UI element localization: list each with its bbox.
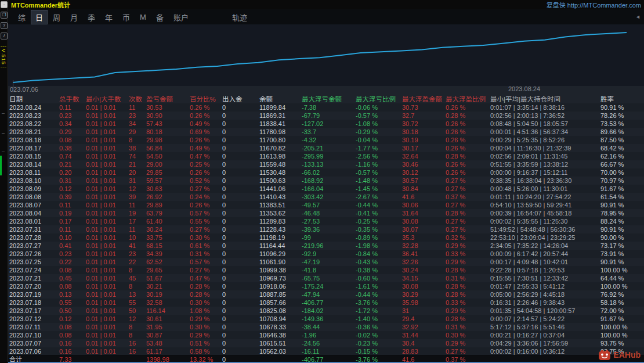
table-row[interactable]: 2023.08.140.210.01 | 0.012129.000.25 %01… bbox=[8, 160, 644, 168]
table-row[interactable]: 2023.07.180.550.01 | 0.015532.580.30 %01… bbox=[8, 299, 644, 307]
left-tool-rail: - ❐ ? / V.515 – – – bbox=[0, 0, 8, 363]
cell-mfp: 35.98 bbox=[402, 299, 446, 307]
cell-count: 20 bbox=[129, 168, 146, 177]
table-row[interactable]: 2023.07.060.160.01 | 0.011661.170.58 %01… bbox=[8, 347, 644, 355]
help-icon[interactable]: ? bbox=[1, 22, 8, 29]
menu-item-9[interactable]: 备 bbox=[152, 10, 168, 24]
slash-icon[interactable]: / bbox=[1, 33, 8, 39]
cell-pnl: 61.17 bbox=[146, 347, 190, 355]
cell-lots: 0.12 bbox=[59, 185, 86, 193]
cell-balance: 11353.62 bbox=[259, 209, 302, 217]
cell-minmax: 0.01 | 0.01 bbox=[86, 103, 129, 112]
cell-mfpp: 0.28 % bbox=[446, 152, 490, 160]
cell-mfpp: 0.26 % bbox=[446, 136, 490, 144]
table-row[interactable]: 2023.07.310.110.01 | 0.011130.240.27 %01… bbox=[8, 225, 644, 233]
table-row[interactable]: 2023.07.170.500.01 | 0.0150116.141.08 %0… bbox=[8, 307, 644, 315]
table-row[interactable]: 2023.08.090.120.01 | 0.011230.630.27 %01… bbox=[8, 185, 644, 193]
table-row[interactable]: 2023.08.170.380.01 | 0.013856.840.49 %01… bbox=[8, 144, 644, 152]
cell-pnl: 30.87 bbox=[146, 331, 190, 339]
table-row[interactable]: 2023.08.080.390.01 | 0.013926.920.24 %01… bbox=[8, 193, 644, 201]
table-row[interactable]: 2023.07.250.220.01 | 0.012262.520.57 %01… bbox=[8, 258, 644, 266]
table-row[interactable]: 2023.08.010.170.01 | 0.011761.400.55 %01… bbox=[8, 217, 644, 225]
table-row[interactable]: 2023.08.150.740.01 | 0.017454.500.47 %01… bbox=[8, 152, 644, 160]
cell-mflp: -3.76 % bbox=[356, 299, 402, 307]
menu-item-5[interactable]: 季 bbox=[84, 10, 99, 24]
website-link[interactable]: 复盘侠 http://MTCommander.com bbox=[547, 0, 641, 9]
cell-inout: 0 bbox=[222, 242, 259, 250]
table-row[interactable]: 2023.08.220.340.01 | 0.013457.430.49 %01… bbox=[8, 120, 644, 128]
cell-hold: 0:00:39 | 16:54:07 | 45:58:18 bbox=[490, 209, 600, 217]
table-row[interactable]: 2023.08.110.200.01 | 0.012029.850.26 %01… bbox=[8, 168, 644, 177]
cell-mfp: 32.26 bbox=[402, 258, 446, 266]
menu-item-7[interactable]: 币 bbox=[118, 10, 134, 24]
cell-minmax: 0.01 | 0.01 bbox=[86, 315, 129, 323]
table-row[interactable]: 2023.08.180.080.01 | 0.01829.980.26 %011… bbox=[8, 136, 644, 144]
cell-balance: 11500.63 bbox=[259, 177, 302, 185]
table-row[interactable]: 2023.07.210.450.01 | 0.014551.670.47 %01… bbox=[8, 274, 644, 282]
table-row[interactable]: 2023.07.280.100.01 | 0.011033.750.30 %01… bbox=[8, 233, 644, 242]
cell-mfl: -16.11 bbox=[302, 347, 356, 355]
cell-hold: 0:00:02 | 5:35:55 | 11:25:30 bbox=[490, 217, 600, 225]
table-row[interactable]: 2023.07.200.080.01 | 0.01830.210.28 %010… bbox=[8, 282, 644, 290]
table-row[interactable]: 2023.07.100.080.01 | 0.01830.870.29 %010… bbox=[8, 331, 644, 339]
menu-item-1[interactable]: 综 bbox=[14, 10, 30, 24]
table-row[interactable]: 2023.07.110.080.01 | 0.01831.950.30 %010… bbox=[8, 323, 644, 331]
table-row[interactable]: 2023.07.240.080.01 | 0.01829.650.27 %010… bbox=[8, 266, 644, 274]
table-row[interactable]: 2023.07.260.230.01 | 0.012334.390.31 %01… bbox=[8, 250, 644, 258]
collapse-arrow-icon[interactable]: ◄ bbox=[635, 15, 641, 20]
menu-item-2[interactable]: 日 bbox=[31, 10, 47, 24]
eahub-text: EAHub bbox=[613, 350, 641, 360]
cell-minmax: 0.01 | 0.01 bbox=[86, 258, 129, 266]
cell-date: 2023.08.01 bbox=[8, 217, 59, 225]
cell-count: 13 bbox=[129, 290, 146, 299]
cell-win: 66.67 % bbox=[600, 160, 644, 168]
cell-count: 19 bbox=[129, 209, 146, 217]
cell-mfp: 35.3 bbox=[402, 233, 446, 242]
menu-item-10[interactable]: 账户 bbox=[169, 10, 193, 24]
cell-win: 72.00 % bbox=[600, 307, 644, 315]
cell-date: 2023.08.09 bbox=[8, 185, 59, 193]
cell-inout: 0 bbox=[222, 299, 259, 307]
table-row[interactable]: 2023.08.210.290.01 | 0.012980.180.69 %01… bbox=[8, 128, 644, 136]
cell-mflp: -0.36 % bbox=[356, 323, 402, 331]
table-row[interactable]: 2023.08.230.230.01 | 0.012330.900.26 %01… bbox=[8, 112, 644, 120]
cell-pct: 0.30 % bbox=[190, 323, 222, 331]
menu-item-8[interactable]: M bbox=[136, 12, 150, 23]
cell-minmax: 0.01 | 0.01 bbox=[86, 201, 129, 209]
table-row[interactable]: 2023.07.270.410.01 | 0.014168.150.61 %01… bbox=[8, 242, 644, 250]
cell-mfp: 36.41 bbox=[402, 250, 446, 258]
cell-mfpp: 0.28 % bbox=[446, 112, 490, 120]
collapse-button[interactable]: - bbox=[1, 1, 8, 8]
cell-inout: 0 bbox=[222, 250, 259, 258]
cell-pct: 0.27 % bbox=[190, 225, 222, 233]
rail-tick-mark: – bbox=[2, 112, 5, 115]
menu-item-6[interactable]: 年 bbox=[101, 10, 117, 24]
cell-pnl: 29.89 bbox=[146, 201, 190, 209]
menu-item-4[interactable]: 月 bbox=[66, 10, 82, 24]
cell-balance: 11289.83 bbox=[259, 217, 302, 225]
table-row[interactable]: 2023.08.070.110.01 | 0.011129.890.26 %01… bbox=[8, 201, 644, 209]
layers-icon[interactable]: ❐ bbox=[1, 12, 8, 19]
cell-mfl: -47.94 bbox=[302, 290, 356, 299]
table-row[interactable]: 2023.08.100.310.01 | 0.013159.570.52 %01… bbox=[8, 177, 644, 185]
table-row[interactable]: 2023.07.070.160.01 | 0.011653.480.51 %01… bbox=[8, 339, 644, 347]
menu-item-3[interactable]: 周 bbox=[49, 10, 64, 24]
cell-lots: 0.31 bbox=[59, 177, 86, 185]
table-row[interactable]: 2023.08.040.190.01 | 0.011963.790.57 %01… bbox=[8, 209, 644, 217]
equity-chart-svg bbox=[8, 24, 644, 86]
cell-date: 2023.08.10 bbox=[8, 177, 59, 185]
cell-win: 70.97 % bbox=[600, 177, 644, 185]
cell-mflp: -0.57 % bbox=[356, 168, 402, 177]
table-row[interactable]: 2023.07.120.120.01 | 0.011230.610.29 %01… bbox=[8, 315, 644, 323]
cell-win: 93.75 % bbox=[600, 339, 644, 347]
cell-mfpp: 0.27 % bbox=[446, 201, 490, 209]
table-row[interactable]: 2023.08.240.110.01 | 0.011130.530.26 %01… bbox=[8, 103, 644, 112]
cell-hold: 0:00:29 | 5:25:35 | 8:52:26 bbox=[490, 136, 600, 144]
cell-inout: 0 bbox=[222, 168, 259, 177]
cell-minmax: 0.01 | 0.01 bbox=[86, 217, 129, 225]
rail-tick-mark: – bbox=[2, 131, 5, 135]
table-row[interactable]: 2023.07.190.130.01 | 0.011330.190.28 %01… bbox=[8, 290, 644, 299]
cell-pnl: 61.40 bbox=[146, 217, 190, 225]
menu-item-11[interactable]: 轨迹 bbox=[228, 10, 251, 24]
cell-lots: 0.22 bbox=[59, 258, 86, 266]
